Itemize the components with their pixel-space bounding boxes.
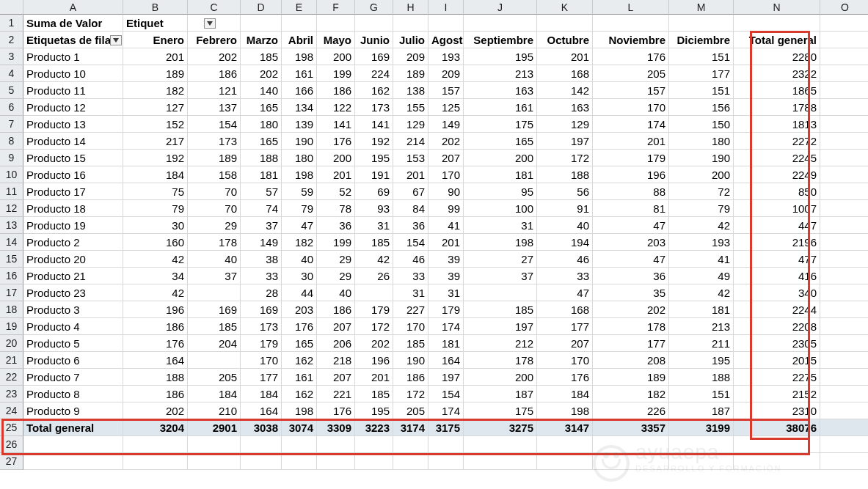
data-cell[interactable]: 177 [241,369,282,386]
row-header-21[interactable]: 21 [0,352,23,369]
cell[interactable] [428,15,464,32]
data-cell[interactable]: 188 [241,150,282,166]
data-cell[interactable]: 47 [593,217,669,234]
grand-total-cell[interactable]: 3204 [123,419,188,436]
cell[interactable] [593,15,669,32]
grand-total-cell[interactable]: 3038 [241,419,282,436]
data-cell[interactable]: 200 [669,166,734,183]
data-cell[interactable]: 224 [355,65,393,82]
cell[interactable] [464,436,537,453]
data-cell[interactable]: 79 [669,200,734,217]
column-header-H[interactable]: H [393,0,428,15]
row-header-20[interactable]: 20 [0,335,23,352]
data-cell[interactable] [355,284,393,301]
data-cell[interactable]: 170 [537,352,593,369]
row-total[interactable]: 850 [734,183,820,200]
data-cell[interactable]: 192 [123,150,188,166]
cell[interactable] [241,453,282,470]
data-cell[interactable]: 185 [241,48,282,65]
month-header[interactable]: Junio [355,32,393,48]
cell[interactable] [317,453,355,470]
data-cell[interactable]: 151 [669,386,734,402]
row-label[interactable]: Producto 18 [23,200,123,217]
data-cell[interactable]: 35 [593,284,669,301]
data-cell[interactable]: 36 [593,268,669,284]
data-cell[interactable]: 181 [428,335,464,352]
data-cell[interactable]: 31 [464,217,537,234]
data-cell[interactable]: 153 [393,150,428,166]
data-cell[interactable]: 174 [428,402,464,419]
cell[interactable] [537,15,593,32]
cell[interactable] [428,436,464,453]
data-cell[interactable]: 79 [123,200,188,217]
data-cell[interactable]: 69 [355,183,393,200]
row-total[interactable]: 2208 [734,318,820,335]
data-cell[interactable]: 49 [669,268,734,284]
data-cell[interactable]: 177 [669,65,734,82]
data-cell[interactable]: 181 [464,166,537,183]
row-header-12[interactable]: 12 [0,200,23,217]
row-label[interactable]: Producto 4 [23,318,123,335]
data-cell[interactable]: 140 [241,82,282,99]
row-label[interactable]: Producto 8 [23,386,123,402]
data-cell[interactable]: 52 [317,183,355,200]
data-cell[interactable]: 78 [317,200,355,217]
cell[interactable] [820,318,868,335]
data-cell[interactable]: 185 [464,301,537,318]
data-cell[interactable]: 47 [537,284,593,301]
data-cell[interactable]: 213 [464,65,537,82]
row-label[interactable]: Producto 17 [23,183,123,200]
data-cell[interactable]: 179 [428,301,464,318]
row-header-18[interactable]: 18 [0,301,23,318]
row-label[interactable]: Producto 23 [23,284,123,301]
data-cell[interactable]: 197 [537,133,593,150]
row-total[interactable]: 1788 [734,99,820,116]
data-cell[interactable]: 210 [188,402,241,419]
data-cell[interactable]: 161 [282,369,317,386]
data-cell[interactable]: 182 [282,234,317,251]
row-total[interactable]: 477 [734,251,820,268]
data-cell[interactable]: 168 [537,65,593,82]
data-cell[interactable]: 227 [393,301,428,318]
data-cell[interactable]: 182 [123,82,188,99]
month-header[interactable]: Agosto [428,32,464,48]
column-header-J[interactable]: J [464,0,537,15]
cell[interactable] [820,150,868,166]
row-header-25[interactable]: 25 [0,419,23,436]
data-cell[interactable]: 95 [464,183,537,200]
data-cell[interactable]: 44 [282,284,317,301]
cell[interactable] [820,217,868,234]
row-header-24[interactable]: 24 [0,402,23,419]
data-cell[interactable]: 149 [241,234,282,251]
row-total[interactable]: 2272 [734,133,820,150]
data-cell[interactable]: 203 [593,234,669,251]
data-cell[interactable]: 42 [669,284,734,301]
row-total[interactable]: 2015 [734,352,820,369]
data-cell[interactable]: 198 [464,234,537,251]
data-cell[interactable]: 31 [393,284,428,301]
data-cell[interactable]: 201 [537,48,593,65]
data-cell[interactable]: 30 [282,268,317,284]
data-cell[interactable]: 202 [241,65,282,82]
row-label[interactable]: Producto 1 [23,48,123,65]
data-cell[interactable]: 188 [123,369,188,386]
data-cell[interactable]: 179 [355,301,393,318]
data-cell[interactable]: 197 [464,318,537,335]
row-header-1[interactable]: 1 [0,15,23,32]
data-cell[interactable]: 201 [593,133,669,150]
data-cell[interactable]: 200 [317,150,355,166]
column-header-D[interactable]: D [241,0,282,15]
data-cell[interactable]: 218 [317,352,355,369]
data-cell[interactable]: 38 [241,251,282,268]
grand-total-total[interactable]: 38076 [734,419,820,436]
row-label[interactable]: Producto 13 [23,116,123,133]
data-cell[interactable]: 31 [355,217,393,234]
column-header-C[interactable]: C [188,0,241,15]
data-cell[interactable]: 201 [317,166,355,183]
row-header-13[interactable]: 13 [0,217,23,234]
cell[interactable] [820,183,868,200]
data-cell[interactable]: 196 [355,352,393,369]
cell[interactable] [464,15,537,32]
data-cell[interactable]: 93 [355,200,393,217]
month-header[interactable]: Mayo [317,32,355,48]
